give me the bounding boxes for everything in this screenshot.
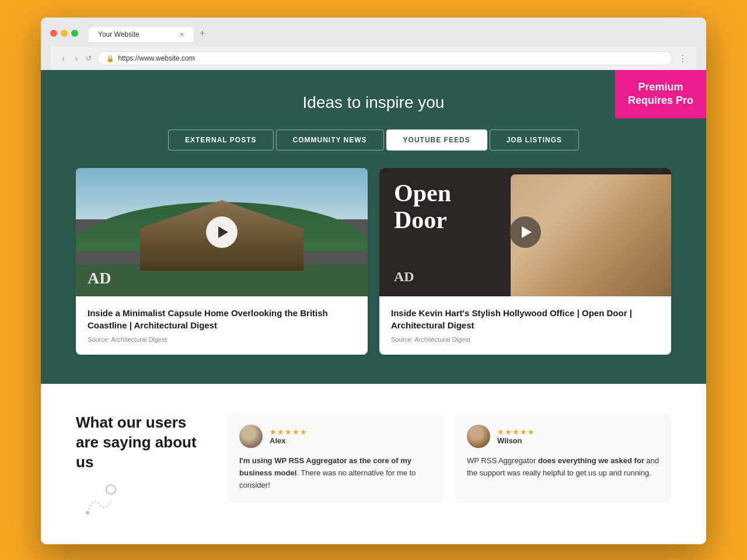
section-title: Ideas to inspire you [76, 93, 671, 112]
browser-window: Your Website ✕ + ‹ › ↺ 🔒 https://www.web… [41, 18, 706, 544]
testimonials-heading: What our users are saying about us [76, 413, 204, 521]
card-1-body: Inside a Minimalist Capsule Home Overloo… [76, 296, 368, 355]
tab-title: Your Website [98, 30, 174, 38]
tab-youtube-feeds[interactable]: YOUTUBE FEEDS [386, 130, 487, 150]
reviewer-name-wilson: Wilson [497, 436, 535, 445]
back-button[interactable]: ‹ [60, 52, 67, 64]
card-1-source: Source: Architectural Digest [88, 336, 356, 343]
address-field[interactable]: 🔒 https://www.website.com [97, 51, 672, 65]
tab-navigation: EXTERNAL POSTS COMMUNITY NEWS YOUTUBE FE… [76, 130, 671, 150]
card-1-play-button[interactable] [206, 216, 238, 248]
maximize-button[interactable] [71, 30, 78, 37]
testimonial-alex-header: ★★★★★ Alex [239, 425, 432, 448]
reviewer-name-alex: Alex [270, 436, 308, 445]
tab-close-button[interactable]: ✕ [179, 31, 184, 38]
card-2-source: Source: Architectural Digest [391, 336, 659, 343]
testimonial-text-wilson: WP RSS Aggregator does everything we ask… [467, 455, 659, 480]
close-button[interactable] [50, 30, 57, 37]
address-text: https://www.website.com [118, 54, 194, 62]
decorative-squiggle [76, 484, 204, 521]
tab-community-news[interactable]: COMMUNITY NEWS [276, 130, 384, 150]
svg-point-1 [86, 511, 89, 514]
card-2-title: Inside Kevin Hart's Stylish Hollywood Of… [391, 307, 659, 331]
more-options-button[interactable]: ⋮ [678, 53, 687, 64]
testimonials-title: What our users are saying about us [76, 413, 204, 472]
play-triangle-icon [218, 226, 228, 238]
testimonial-wilson: ★★★★★ Wilson WP RSS Aggregator does ever… [455, 413, 671, 503]
stars-alex: ★★★★★ [270, 428, 308, 436]
premium-badge[interactable]: Premium Requires Pro [615, 70, 706, 118]
reviewer-info-wilson: ★★★★★ Wilson [497, 428, 535, 445]
hero-section: Premium Requires Pro Ideas to inspire yo… [41, 70, 706, 384]
reviewer-info-alex: ★★★★★ Alex [270, 428, 308, 445]
stars-wilson: ★★★★★ [497, 428, 535, 436]
browser-titlebar: Your Website ✕ + ‹ › ↺ 🔒 https://www.web… [41, 18, 706, 70]
testimonial-text-alex: I'm using WP RSS Aggregator as the core … [239, 455, 432, 491]
active-tab[interactable]: Your Website ✕ [89, 27, 194, 42]
card-1-watermark: AD [88, 269, 111, 288]
cards-grid: AD Inside a Minimalist Capsule Home Over… [76, 168, 671, 355]
card-2-thumbnail: OpenDoor AD [379, 168, 671, 296]
tab-job-listings[interactable]: JOB LISTINGS [490, 130, 579, 150]
address-bar: ‹ › ↺ 🔒 https://www.website.com ⋮ [50, 47, 697, 70]
premium-line1: Premium [628, 80, 693, 94]
card-1-thumbnail: AD [76, 168, 368, 296]
svg-point-0 [106, 485, 116, 494]
card-1[interactable]: AD Inside a Minimalist Capsule Home Over… [76, 168, 368, 355]
lock-icon: 🔒 [106, 55, 114, 62]
tab-external-posts[interactable]: EXTERNAL POSTS [168, 130, 273, 150]
avatar-wilson [467, 425, 490, 448]
browser-controls: Your Website ✕ + [50, 24, 697, 42]
testimonial-alex: ★★★★★ Alex I'm using WP RSS Aggregator a… [228, 413, 444, 503]
new-tab-button[interactable]: + [194, 24, 211, 42]
website-content: Premium Requires Pro Ideas to inspire yo… [41, 70, 706, 544]
card-2-ad-watermark: AD [394, 269, 414, 285]
testimonials-section: What our users are saying about us [41, 384, 706, 544]
minimize-button[interactable] [61, 30, 68, 37]
testimonial-wilson-header: ★★★★★ Wilson [467, 425, 659, 448]
card-2[interactable]: OpenDoor AD Inside Kevin Hart's Stylish … [379, 168, 671, 355]
card-2-body: Inside Kevin Hart's Stylish Hollywood Of… [379, 296, 671, 355]
tab-bar: Your Website ✕ + [89, 24, 211, 42]
card-1-title: Inside a Minimalist Capsule Home Overloo… [88, 307, 356, 331]
premium-line2: Requires Pro [628, 94, 693, 107]
card-2-overlay-text: OpenDoor [394, 180, 451, 233]
forward-button[interactable]: › [73, 52, 81, 64]
traffic-lights [50, 30, 78, 37]
avatar-alex [239, 425, 263, 448]
testimonials-cards: ★★★★★ Alex I'm using WP RSS Aggregator a… [228, 413, 671, 503]
card-2-play-button[interactable] [509, 216, 541, 248]
reload-button[interactable]: ↺ [86, 54, 92, 62]
play-triangle-icon-2 [522, 226, 532, 238]
